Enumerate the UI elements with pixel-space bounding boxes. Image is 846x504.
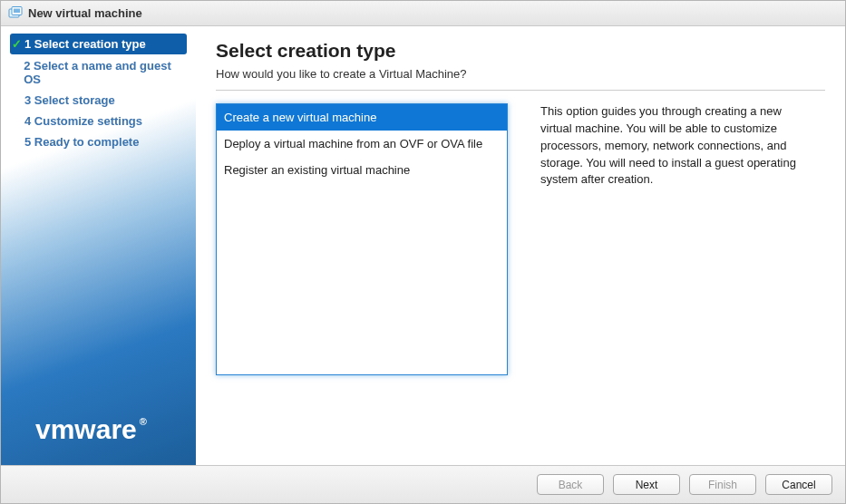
vm-icon (8, 6, 23, 21)
cancel-button[interactable]: Cancel (765, 474, 832, 495)
main-panel: Select creation type How would you like … (196, 26, 845, 465)
vmware-logo: vmware® (35, 414, 144, 445)
divider (216, 90, 825, 91)
step-select-creation-type[interactable]: ✓ 1 Select creation type (10, 34, 187, 54)
step-name-guest-os[interactable]: ✓ 2 Select a name and guest OS (10, 56, 187, 89)
body: ✓ 1 Select creation type ✓ 2 Select a na… (1, 26, 845, 465)
step-label: 1 Select creation type (24, 37, 146, 51)
page-title: Select creation type (216, 40, 825, 62)
check-icon: ✓ (10, 37, 23, 51)
step-label: 4 Customize settings (24, 114, 142, 128)
next-button[interactable]: Next (613, 474, 680, 495)
back-button[interactable]: Back (537, 474, 604, 495)
step-select-storage[interactable]: ✓ 3 Select storage (10, 91, 187, 110)
option-description: This option guides you through creating … (540, 103, 825, 189)
step-label: 2 Select a name and guest OS (24, 59, 181, 86)
step-label: 3 Select storage (24, 93, 115, 107)
wizard-window: New virtual machine ✓ 1 Select creation … (0, 0, 846, 504)
sidebar: ✓ 1 Select creation type ✓ 2 Select a na… (1, 26, 196, 465)
option-label: Register an existing virtual machine (224, 163, 410, 177)
option-register-existing-vm[interactable]: Register an existing virtual machine (217, 157, 507, 183)
svg-rect-2 (14, 8, 20, 13)
footer: Back Next Finish Cancel (1, 465, 845, 503)
finish-button[interactable]: Finish (689, 474, 756, 495)
option-create-new-vm[interactable]: Create a new virtual machine (217, 104, 507, 131)
window-title: New virtual machine (28, 6, 142, 20)
step-label: 5 Ready to complete (24, 135, 139, 149)
logo-registered: ® (140, 416, 147, 427)
creation-type-list[interactable]: Create a new virtual machine Deploy a vi… (216, 103, 508, 375)
logo-text: vmware (35, 414, 137, 444)
option-label: Deploy a virtual machine from an OVF or … (224, 137, 482, 150)
titlebar: New virtual machine (1, 1, 845, 26)
step-list: ✓ 1 Select creation type ✓ 2 Select a na… (1, 26, 196, 160)
option-label: Create a new virtual machine (224, 111, 376, 124)
option-deploy-ovf-ova[interactable]: Deploy a virtual machine from an OVF or … (217, 131, 507, 157)
step-ready-to-complete[interactable]: ✓ 5 Ready to complete (10, 132, 187, 151)
content-row: Create a new virtual machine Deploy a vi… (216, 103, 825, 465)
step-customize-settings[interactable]: ✓ 4 Customize settings (10, 111, 187, 131)
page-subtitle: How would you like to create a Virtual M… (216, 67, 825, 81)
